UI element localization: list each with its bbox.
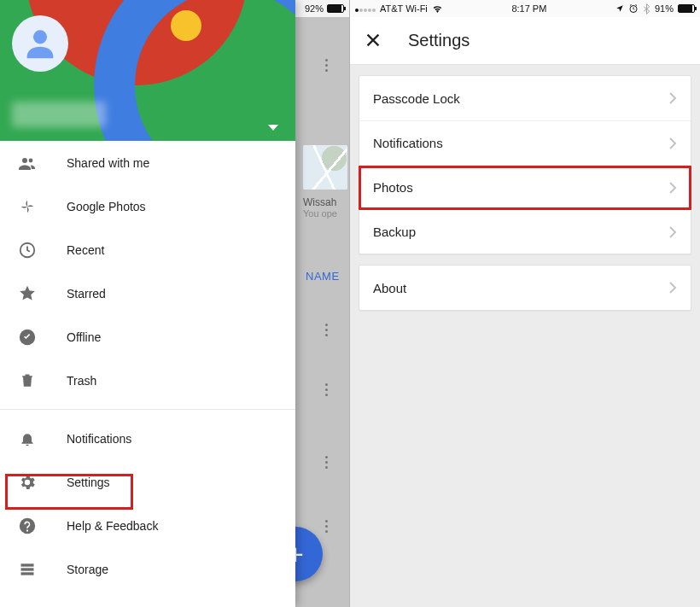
- svg-rect-7: [21, 568, 34, 570]
- battery-percent: 91%: [655, 3, 674, 14]
- hidden-file-tile: Wissah You ope: [303, 196, 337, 219]
- drawer-item-help[interactable]: Help & Feedback: [0, 504, 295, 547]
- settings-row-passcode[interactable]: Passcode Lock: [359, 76, 691, 120]
- status-bar: AT&T Wi-Fi 8:17 PM 91%: [350, 0, 700, 17]
- overflow-menu-icon[interactable]: [318, 376, 335, 403]
- column-header-name[interactable]: NAME: [306, 270, 340, 283]
- clock-icon: [17, 240, 38, 260]
- drawer-item-recent[interactable]: Recent: [0, 228, 295, 271]
- signal-icon: [355, 5, 376, 12]
- bell-icon: [17, 429, 38, 449]
- wifi-icon: [432, 4, 443, 13]
- drawer-item-label: Notifications: [67, 432, 131, 446]
- settings-row-photos[interactable]: Photos: [359, 165, 691, 209]
- account-name-blurred: [12, 102, 106, 127]
- bluetooth-icon: [643, 3, 650, 15]
- trash-icon: [17, 371, 38, 391]
- hidden-file-title: Wissah: [303, 196, 337, 208]
- overflow-menu-icon[interactable]: [318, 51, 335, 79]
- drawer-items: Shared with me Google Photos Recent Star…: [0, 141, 295, 607]
- settings-group: Passcode Lock Notifications Photos Backu…: [359, 75, 691, 254]
- row-label: Photos: [373, 180, 413, 195]
- drawer-item-starred[interactable]: Starred: [0, 271, 295, 315]
- check-circle-icon: [17, 327, 38, 347]
- hidden-file-subtitle: You ope: [303, 208, 337, 219]
- drawer-item-trash[interactable]: Trash: [0, 359, 295, 402]
- chevron-right-icon: [668, 281, 677, 295]
- drawer-item-label: Storage: [67, 563, 108, 576]
- settings-row-notifications[interactable]: Notifications: [359, 120, 691, 165]
- drawer-item-label: Trash: [67, 374, 96, 388]
- drawer-header[interactable]: [0, 0, 295, 141]
- drawer-item-google-photos[interactable]: Google Photos: [0, 184, 295, 228]
- storage-icon: [17, 559, 38, 580]
- location-icon: [615, 4, 624, 13]
- close-button[interactable]: [364, 31, 384, 51]
- row-label: Notifications: [373, 136, 443, 150]
- drawer-item-label: Recent: [67, 243, 104, 257]
- chevron-right-icon: [668, 225, 677, 239]
- people-icon: [17, 153, 38, 173]
- drawer-item-label: Google Photos: [67, 200, 146, 213]
- divider: [0, 409, 295, 410]
- overflow-menu-icon[interactable]: [318, 512, 335, 540]
- settings-row-backup[interactable]: Backup: [359, 209, 691, 254]
- settings-screen: AT&T Wi-Fi 8:17 PM 91% Settings Passcode…: [350, 0, 700, 607]
- avatar[interactable]: [12, 15, 68, 72]
- star-icon: [17, 283, 38, 304]
- row-label: About: [373, 281, 406, 295]
- alarm-icon: [628, 3, 639, 14]
- drawer-item-label: Help & Feedback: [67, 519, 158, 533]
- svg-point-2: [29, 158, 33, 162]
- battery-percent: 92%: [305, 3, 324, 14]
- overflow-menu-icon[interactable]: [318, 448, 335, 476]
- drawer-item-settings[interactable]: Settings: [0, 460, 295, 504]
- settings-row-about[interactable]: About: [359, 266, 691, 310]
- drawer-item-label: Starred: [67, 287, 106, 301]
- carrier-label: AT&T Wi-Fi: [380, 3, 428, 14]
- drawer-item-label: Settings: [67, 476, 110, 489]
- pinwheel-icon: [17, 196, 38, 217]
- close-icon: [364, 31, 382, 50]
- gear-icon: [17, 472, 38, 493]
- chevron-right-icon: [668, 181, 677, 195]
- settings-group: About: [359, 265, 691, 311]
- status-bar-partial: 92%: [295, 0, 349, 17]
- battery-icon: [327, 4, 344, 13]
- drawer-item-label: Offline: [67, 330, 101, 344]
- chevron-right-icon: [668, 91, 677, 105]
- page-title: Settings: [408, 31, 470, 50]
- drawer-item-label: Shared with me: [67, 156, 149, 170]
- svg-point-1: [22, 158, 27, 163]
- navigation-drawer: Shared with me Google Photos Recent Star…: [0, 0, 295, 607]
- help-icon: [17, 516, 38, 536]
- chevron-right-icon: [668, 137, 677, 150]
- svg-rect-6: [21, 563, 34, 566]
- drive-drawer-screen: 92% Wissah You ope NAME +: [0, 0, 350, 607]
- drawer-item-offline[interactable]: Offline: [0, 315, 295, 359]
- status-time: 8:17 PM: [511, 3, 546, 14]
- battery-icon: [678, 4, 695, 13]
- svg-point-5: [20, 517, 35, 533]
- row-label: Passcode Lock: [373, 91, 460, 106]
- account-switch-caret-icon[interactable]: [268, 125, 278, 131]
- row-label: Backup: [373, 225, 416, 239]
- drawer-item-storage[interactable]: Storage: [0, 547, 295, 591]
- overflow-menu-icon[interactable]: [318, 316, 335, 343]
- settings-body: Passcode Lock Notifications Photos Backu…: [350, 65, 700, 331]
- map-thumbnail: [303, 145, 347, 190]
- svg-point-0: [33, 30, 47, 44]
- drawer-item-notifications[interactable]: Notifications: [0, 417, 295, 460]
- settings-header: Settings: [350, 17, 700, 65]
- svg-rect-8: [21, 572, 34, 575]
- drawer-item-shared[interactable]: Shared with me: [0, 141, 295, 184]
